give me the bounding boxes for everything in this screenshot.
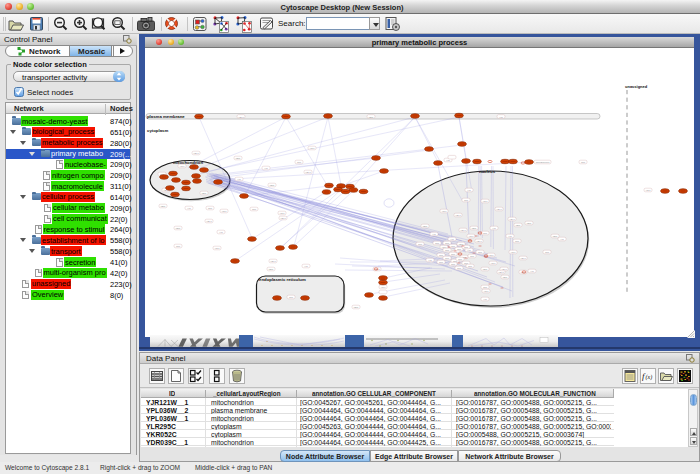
svg-text:[Gx]: [Gx] bbox=[269, 268, 274, 271]
svg-text:[xx]: [xx] bbox=[208, 207, 212, 210]
svg-text:Yb-x: Yb-x bbox=[442, 210, 448, 213]
svg-text:Yb-x: Yb-x bbox=[180, 165, 186, 168]
svg-text:Yal-x: Yal-x bbox=[206, 220, 212, 223]
svg-text:unassigned: unassigned bbox=[625, 84, 648, 89]
svg-text:[xx]: [xx] bbox=[252, 208, 256, 211]
svg-text:Yal-x: Yal-x bbox=[193, 152, 199, 155]
svg-text:[xx]: [xx] bbox=[435, 242, 439, 245]
svg-text:Yxl: Yxl bbox=[219, 231, 223, 234]
svg-text:nucleus: nucleus bbox=[479, 169, 496, 174]
svg-text:Yal-x: Yal-x bbox=[476, 240, 482, 243]
svg-text:Yb-x: Yb-x bbox=[511, 251, 517, 254]
svg-text:[xx]: [xx] bbox=[457, 248, 461, 251]
svg-text:Yxl: Yxl bbox=[428, 259, 432, 262]
svg-text:Yal-x: Yal-x bbox=[501, 268, 507, 271]
svg-text:[xx]: [xx] bbox=[464, 199, 468, 202]
svg-text:Yal-x: Yal-x bbox=[496, 208, 502, 211]
svg-text:[xx]: [xx] bbox=[468, 265, 472, 268]
svg-text:Yb-x: Yb-x bbox=[521, 271, 527, 274]
svg-text:[Gx]: [Gx] bbox=[423, 225, 428, 228]
svg-text:[xx]: [xx] bbox=[483, 286, 487, 289]
svg-text:Yal-x: Yal-x bbox=[305, 171, 311, 174]
svg-text:Yxl: Yxl bbox=[499, 116, 503, 119]
svg-text:Yxl: Yxl bbox=[530, 270, 534, 273]
svg-text:[Gx]: [Gx] bbox=[472, 227, 477, 230]
svg-text:xxxxCxxxxxx: xxxxCxxxxxx bbox=[536, 161, 550, 164]
svg-text:endoplasmic reticulum: endoplasmic reticulum bbox=[259, 277, 306, 282]
svg-text:mitochondrion: mitochondrion bbox=[173, 160, 203, 165]
svg-text:[Gx]: [Gx] bbox=[553, 235, 558, 238]
svg-text:[xx]: [xx] bbox=[515, 240, 519, 243]
svg-text:Yb-x: Yb-x bbox=[483, 200, 489, 203]
svg-text:Yal-x: Yal-x bbox=[455, 214, 461, 217]
svg-text:[Gx]: [Gx] bbox=[483, 268, 488, 271]
svg-text:Yxl: Yxl bbox=[483, 298, 487, 301]
svg-text:Yxl: Yxl bbox=[446, 159, 450, 162]
svg-text:Yal-x: Yal-x bbox=[374, 268, 380, 271]
svg-text:[xx]: [xx] bbox=[581, 161, 585, 164]
svg-text:Yb-x: Yb-x bbox=[489, 254, 495, 257]
svg-text:Yxl: Yxl bbox=[237, 178, 241, 181]
svg-text:[xx]: [xx] bbox=[483, 232, 487, 235]
svg-text:Yal-x: Yal-x bbox=[460, 229, 466, 232]
svg-text:Yxl: Yxl bbox=[304, 265, 308, 268]
svg-text:[Gx]: [Gx] bbox=[176, 227, 181, 230]
svg-text:Yxl: Yxl bbox=[492, 227, 496, 230]
svg-text:[xx]: [xx] bbox=[439, 254, 443, 257]
svg-text:[xx]: [xx] bbox=[457, 267, 461, 270]
svg-text:[xx]: [xx] bbox=[470, 255, 474, 258]
svg-text:[xx]: [xx] bbox=[445, 249, 449, 252]
svg-text:Yb-x: Yb-x bbox=[222, 210, 228, 213]
svg-text:[xx]: [xx] bbox=[439, 261, 443, 264]
svg-text:Yxl: Yxl bbox=[560, 238, 564, 241]
svg-text:Yal-x: Yal-x bbox=[280, 217, 286, 220]
svg-text:[Gx]: [Gx] bbox=[270, 184, 275, 187]
svg-text:[xx]: [xx] bbox=[297, 161, 301, 164]
svg-text:Yb-x: Yb-x bbox=[646, 189, 652, 192]
svg-text:[xx]: [xx] bbox=[451, 245, 455, 248]
svg-text:Yxl: Yxl bbox=[508, 235, 512, 238]
svg-text:[xx]: [xx] bbox=[445, 242, 449, 245]
svg-text:Yb-x: Yb-x bbox=[280, 212, 286, 215]
svg-text:[xx]: [xx] bbox=[545, 251, 549, 254]
svg-text:Yal-x: Yal-x bbox=[520, 257, 526, 260]
svg-text:[xx]: [xx] bbox=[451, 253, 455, 256]
svg-text:[xx]: [xx] bbox=[418, 243, 422, 246]
svg-text:[xx]: [xx] bbox=[458, 258, 462, 261]
svg-text:(x): (x) bbox=[646, 374, 653, 381]
svg-text:Yxl: Yxl bbox=[467, 249, 471, 252]
svg-text:Yal-x: Yal-x bbox=[509, 218, 515, 221]
svg-text:[Gx]: [Gx] bbox=[236, 157, 241, 160]
svg-text:Yxl: Yxl bbox=[187, 207, 191, 210]
svg-text:[xx]: [xx] bbox=[445, 257, 449, 260]
svg-text:[Gx]: [Gx] bbox=[202, 192, 207, 195]
svg-text:[Gx]: [Gx] bbox=[527, 222, 532, 225]
svg-text:Yxl: Yxl bbox=[450, 238, 454, 241]
svg-text:[xx]: [xx] bbox=[451, 263, 455, 266]
svg-text:Yxl: Yxl bbox=[432, 233, 436, 236]
svg-text:Yb-x: Yb-x bbox=[310, 147, 316, 150]
svg-text:Yxl: Yxl bbox=[264, 167, 268, 170]
svg-text:Yal-x: Yal-x bbox=[498, 271, 504, 274]
svg-text:Yxl: Yxl bbox=[467, 189, 471, 192]
svg-text:[xx]: [xx] bbox=[464, 246, 468, 249]
svg-text:[xx]: [xx] bbox=[176, 245, 180, 248]
svg-text:Yb-x: Yb-x bbox=[484, 290, 490, 293]
svg-text:Yb-x: Yb-x bbox=[491, 262, 497, 265]
svg-text:plasma membrane: plasma membrane bbox=[147, 114, 185, 119]
svg-text:[Gx]: [Gx] bbox=[354, 306, 359, 309]
svg-text:[Gx]: [Gx] bbox=[503, 276, 508, 279]
svg-text:Yb-x: Yb-x bbox=[469, 235, 475, 238]
svg-text:[Gx]: [Gx] bbox=[369, 116, 374, 119]
svg-text:Yal-x: Yal-x bbox=[270, 260, 276, 263]
svg-text:Yb-x: Yb-x bbox=[381, 286, 387, 289]
svg-text:[Gx]: [Gx] bbox=[516, 224, 521, 227]
svg-text:Yal-x: Yal-x bbox=[238, 116, 244, 119]
svg-text:Yb-x: Yb-x bbox=[215, 247, 221, 250]
svg-text:[xx]: [xx] bbox=[289, 296, 293, 299]
svg-text:cytoplasm: cytoplasm bbox=[147, 128, 168, 133]
svg-text:[xx]: [xx] bbox=[478, 251, 482, 254]
svg-text:[Gx]: [Gx] bbox=[161, 205, 166, 208]
